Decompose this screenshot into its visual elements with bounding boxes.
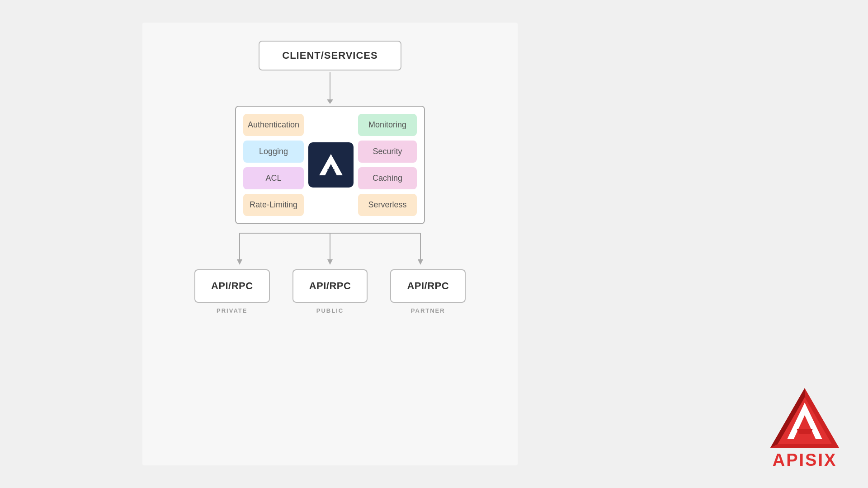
client-services-box: CLIENT/SERVICES <box>259 41 401 70</box>
api-private-label: API/RPC <box>211 280 253 291</box>
bottom-arrows <box>194 224 466 269</box>
client-services-label: CLIENT/SERVICES <box>282 50 377 61</box>
apisix-brand-text: APISIX <box>773 450 837 470</box>
plugin-logging: Logging <box>243 141 304 163</box>
svg-marker-12 <box>797 429 812 434</box>
plugin-caching: Caching <box>358 167 417 189</box>
api-public-label: API/RPC <box>309 280 351 291</box>
api-partner-sublabel: PARTNER <box>411 307 445 314</box>
plugin-authentication: Authentication <box>243 114 304 136</box>
plugin-monitoring: Monitoring <box>358 114 417 136</box>
api-partner-wrapper: API/RPC PARTNER <box>390 269 466 314</box>
plugin-rate-limiting: Rate-Limiting <box>243 194 304 216</box>
gateway-grid: Authentication Monitoring Logging Securi… <box>243 114 417 216</box>
svg-marker-6 <box>237 259 242 265</box>
plugin-security: Security <box>358 141 417 163</box>
api-private-box: API/RPC <box>194 269 270 303</box>
plugin-acl: ACL <box>243 167 304 189</box>
api-private-wrapper: API/RPC PRIVATE <box>194 269 270 314</box>
svg-marker-7 <box>327 259 333 265</box>
svg-marker-1 <box>327 169 335 173</box>
apisix-text-suffix: SIX <box>805 450 837 469</box>
api-boxes-row: API/RPC PRIVATE API/RPC PUBLIC API/RPC P… <box>194 269 466 314</box>
apisix-brand-logo: APISIX <box>769 383 841 470</box>
apisix-text-prefix: AP <box>773 450 799 469</box>
api-partner-box: API/RPC <box>390 269 466 303</box>
svg-marker-8 <box>418 259 423 265</box>
diagram-container: CLIENT/SERVICES Authentication Monitorin… <box>142 23 518 465</box>
api-private-sublabel: PRIVATE <box>217 307 247 314</box>
api-partner-label: API/RPC <box>407 280 449 291</box>
api-public-box: API/RPC <box>292 269 368 303</box>
apisix-center-logo <box>308 142 354 188</box>
api-public-wrapper: API/RPC PUBLIC <box>292 269 368 314</box>
arrow-client-to-gateway <box>327 72 333 104</box>
plugin-serverless: Serverless <box>358 194 417 216</box>
gateway-box: Authentication Monitoring Logging Securi… <box>235 106 425 224</box>
apisix-text-accent: I <box>799 450 805 469</box>
api-public-sublabel: PUBLIC <box>316 307 344 314</box>
